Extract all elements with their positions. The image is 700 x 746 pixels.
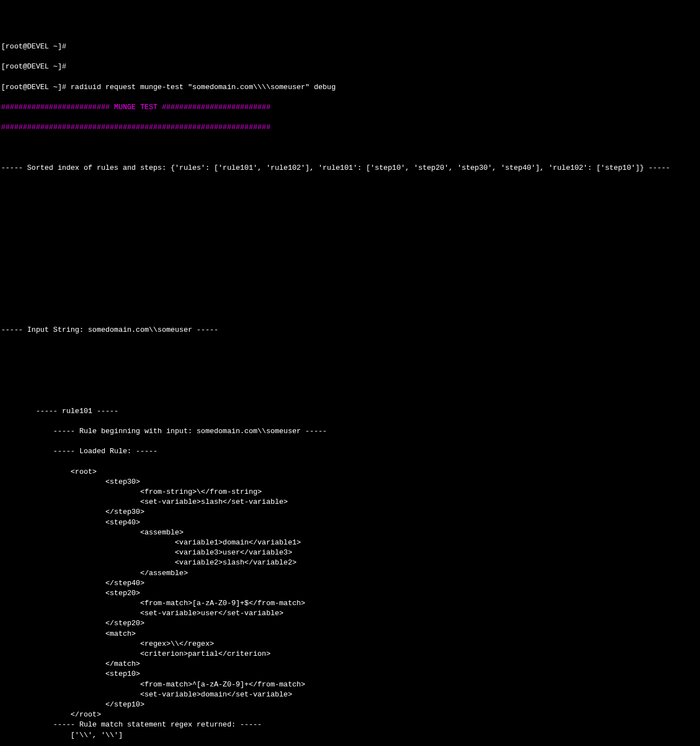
output-line: ----- Rule match statement regex returne… [1, 720, 699, 730]
output-line: <regex>\\</regex> [1, 639, 699, 649]
blank-line [1, 284, 699, 295]
sorted-index-line: ----- Sorted index of rules and steps: {… [1, 163, 699, 173]
blank-line [1, 183, 699, 193]
output-line: ['\\', '\\'] [1, 730, 699, 740]
blank-line [1, 386, 699, 396]
output-line: <step30> [1, 477, 699, 487]
input-string-line: ----- Input String: somedomain.com\\some… [1, 325, 699, 335]
output-line: <match> [1, 629, 699, 639]
output-line: <step40> [1, 518, 699, 528]
output-line: <from-match>[a-zA-Z0-9]+$</from-match> [1, 598, 699, 608]
blank-line [1, 345, 699, 355]
blank-line [1, 224, 699, 234]
rule101-xml-block: <root> <step30> <from-string>\</from-str… [1, 467, 699, 746]
output-line: </step30> [1, 507, 699, 517]
output-line: <step20> [1, 588, 699, 598]
rule101-title: ----- rule101 ----- [1, 406, 699, 416]
output-line: <variable1>domain</variable1> [1, 538, 699, 548]
output-line: <set-variable>user</set-variable> [1, 608, 699, 619]
header-bar: ######################### MUNGE TEST ###… [1, 102, 699, 112]
output-line [1, 740, 699, 746]
blank-line [1, 204, 699, 214]
output-line: <variable3>user</variable3> [1, 548, 699, 558]
output-line: <step10> [1, 669, 699, 679]
output-line: <variable2>slash</variable2> [1, 558, 699, 568]
command-line[interactable]: [root@DEVEL ~]# radiuid request munge-te… [1, 82, 699, 92]
output-line: </root> [1, 710, 699, 720]
blank-line [1, 366, 699, 376]
prompt-line: [root@DEVEL ~]# [1, 62, 699, 72]
blank-line [1, 264, 699, 274]
output-line: </step20> [1, 619, 699, 629]
blank-line [1, 244, 699, 254]
blank-line [1, 143, 699, 153]
rule101-begin: ----- Rule beginning with input: somedom… [1, 426, 699, 436]
output-line: </match> [1, 659, 699, 669]
header-bar: ########################################… [1, 122, 699, 132]
output-line: <assemble> [1, 528, 699, 538]
blank-line [1, 305, 699, 315]
output-line: <root> [1, 467, 699, 477]
output-line: </step40> [1, 578, 699, 588]
rule101-loaded: ----- Loaded Rule: ----- [1, 446, 699, 457]
prompt-line: [root@DEVEL ~]# [1, 42, 699, 52]
output-line: <from-string>\</from-string> [1, 487, 699, 497]
output-line: <criterion>partial</criterion> [1, 649, 699, 659]
output-line: </step10> [1, 700, 699, 710]
output-line: <from-match>^[a-zA-Z0-9]+</from-match> [1, 680, 699, 690]
output-line: <set-variable>slash</set-variable> [1, 497, 699, 507]
output-line: <set-variable>domain</set-variable> [1, 690, 699, 700]
output-line: </assemble> [1, 568, 699, 578]
